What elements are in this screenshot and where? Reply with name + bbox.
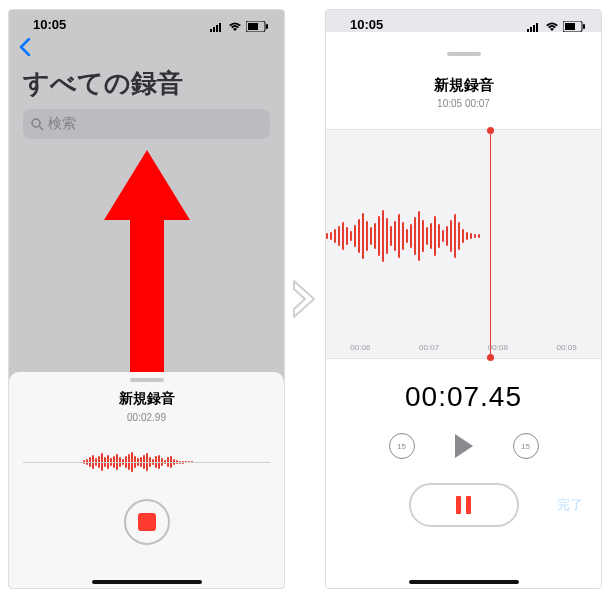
status-icons [527, 21, 585, 32]
search-icon [31, 118, 44, 131]
search-input[interactable]: 検索 [23, 109, 270, 139]
timemark: 00:08 [488, 343, 508, 352]
signal-icon [210, 22, 224, 32]
waveform-area[interactable]: 00:06 00:07 00:08 00:09 [326, 129, 601, 359]
svg-rect-9 [527, 29, 529, 32]
recording-title: 新規録音 [9, 390, 284, 408]
done-button[interactable]: 完了 [557, 496, 583, 514]
time-markers: 00:06 00:07 00:08 00:09 [326, 343, 601, 352]
sheet-grabber[interactable] [130, 378, 164, 382]
bottom-row: 完了 [326, 483, 601, 527]
status-icons [210, 21, 268, 32]
pause-bar [456, 496, 461, 514]
svg-line-8 [40, 126, 44, 130]
svg-rect-5 [248, 23, 258, 30]
svg-rect-1 [213, 27, 215, 32]
skip-forward-button[interactable]: 15 [513, 433, 539, 459]
timemark: 00:06 [350, 343, 370, 352]
swipe-up-arrow [104, 150, 190, 380]
svg-rect-3 [219, 23, 221, 32]
back-button[interactable] [9, 32, 284, 62]
current-time: 00:07.45 [326, 381, 601, 413]
phone-screen-list: 10:05 すべての録音 検索 新規録音 00:02.99 [8, 9, 285, 589]
chevron-left-icon [19, 38, 31, 56]
battery-icon [563, 21, 585, 32]
wifi-icon [228, 22, 242, 32]
playhead[interactable] [490, 130, 491, 358]
home-indicator[interactable] [92, 580, 202, 584]
chevron-right-outline-icon [292, 279, 318, 319]
page-title: すべての録音 [9, 62, 284, 109]
search-placeholder: 検索 [48, 115, 76, 133]
timemark: 00:09 [557, 343, 577, 352]
status-time: 10:05 [33, 17, 66, 32]
signal-icon [527, 22, 541, 32]
battery-icon [246, 21, 268, 32]
play-button[interactable] [455, 434, 473, 458]
svg-rect-0 [210, 29, 212, 32]
svg-rect-14 [565, 23, 575, 30]
recording-sheet-collapsed[interactable]: 新規録音 00:02.99 [9, 372, 284, 588]
svg-rect-11 [533, 25, 535, 32]
skip-back-button[interactable]: 15 [389, 433, 415, 459]
status-bar: 10:05 [9, 10, 284, 32]
svg-rect-6 [266, 24, 268, 29]
svg-rect-12 [536, 23, 538, 32]
status-bar: 10:05 [326, 10, 601, 32]
waveform-bars [83, 452, 193, 472]
home-indicator[interactable] [409, 580, 519, 584]
recording-subtitle: 10:05 00:07 [326, 98, 601, 109]
pause-record-button[interactable] [409, 483, 519, 527]
svg-point-7 [32, 119, 40, 127]
recording-sheet-expanded: 新規録音 10:05 00:07 00:06 00:07 00:08 00:09… [326, 46, 601, 588]
svg-rect-2 [216, 25, 218, 32]
svg-rect-15 [583, 24, 585, 29]
status-time: 10:05 [350, 17, 383, 32]
wifi-icon [545, 22, 559, 32]
stop-record-button[interactable] [124, 499, 170, 545]
svg-rect-10 [530, 27, 532, 32]
waveform-small [23, 443, 270, 481]
recording-elapsed: 00:02.99 [9, 412, 284, 423]
sheet-grabber[interactable] [447, 52, 481, 56]
playback-controls: 15 15 [326, 433, 601, 459]
timemark: 00:07 [419, 343, 439, 352]
transition-arrow [290, 277, 320, 321]
stop-icon [138, 513, 156, 531]
waveform-bars [326, 210, 480, 262]
phone-screen-expanded: 10:05 新規録音 10:05 00:07 00:06 00:07 00:08… [325, 9, 602, 589]
recording-title: 新規録音 [326, 76, 601, 95]
pause-bar [466, 496, 471, 514]
